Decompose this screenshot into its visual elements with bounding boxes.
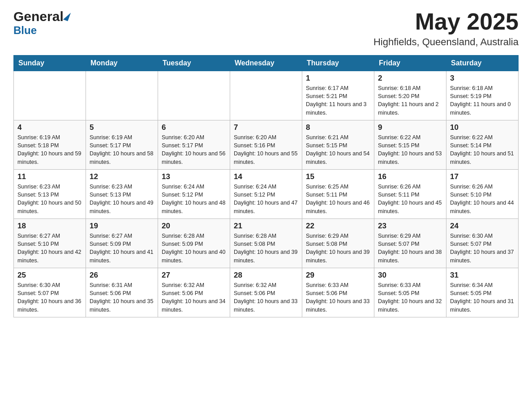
day-number: 6 (162, 123, 226, 132)
calendar-cell: 1Sunrise: 6:17 AM Sunset: 5:21 PM Daylig… (302, 71, 374, 120)
logo-triangle-icon (63, 11, 71, 21)
day-number: 26 (90, 271, 154, 280)
day-number: 14 (234, 172, 298, 181)
logo: General Blue (13, 9, 69, 37)
calendar-cell: 22Sunrise: 6:29 AM Sunset: 5:08 PM Dayli… (302, 219, 374, 268)
day-number: 29 (306, 271, 370, 280)
calendar-cell (158, 71, 230, 120)
day-number: 3 (450, 74, 515, 83)
calendar-cell: 19Sunrise: 6:27 AM Sunset: 5:09 PM Dayli… (86, 219, 158, 268)
day-info: Sunrise: 6:29 AM Sunset: 5:08 PM Dayligh… (306, 232, 370, 265)
page-header: General Blue May 2025 Highfields, Queens… (13, 9, 519, 48)
day-info: Sunrise: 6:27 AM Sunset: 5:09 PM Dayligh… (90, 232, 154, 265)
calendar-day-header: Monday (86, 56, 158, 71)
calendar-cell: 16Sunrise: 6:26 AM Sunset: 5:11 PM Dayli… (374, 170, 446, 219)
day-number: 12 (90, 172, 154, 181)
logo-blue-text: Blue (13, 24, 37, 36)
day-info: Sunrise: 6:26 AM Sunset: 5:10 PM Dayligh… (450, 183, 515, 215)
day-info: Sunrise: 6:23 AM Sunset: 5:13 PM Dayligh… (90, 183, 154, 215)
day-number: 21 (234, 222, 298, 231)
calendar-cell: 20Sunrise: 6:28 AM Sunset: 5:09 PM Dayli… (158, 219, 230, 268)
calendar-cell: 18Sunrise: 6:27 AM Sunset: 5:10 PM Dayli… (14, 219, 86, 268)
calendar-day-header: Thursday (302, 56, 374, 71)
day-number: 9 (378, 123, 442, 132)
calendar-cell: 30Sunrise: 6:33 AM Sunset: 5:05 PM Dayli… (374, 268, 446, 317)
day-info: Sunrise: 6:24 AM Sunset: 5:12 PM Dayligh… (234, 183, 298, 215)
day-number: 28 (234, 271, 298, 280)
day-number: 10 (450, 123, 515, 132)
calendar-cell: 6Sunrise: 6:20 AM Sunset: 5:17 PM Daylig… (158, 120, 230, 170)
day-number: 30 (378, 271, 442, 280)
calendar-cell: 10Sunrise: 6:22 AM Sunset: 5:14 PM Dayli… (446, 120, 519, 170)
calendar-cell: 28Sunrise: 6:32 AM Sunset: 5:06 PM Dayli… (230, 268, 302, 317)
day-info: Sunrise: 6:30 AM Sunset: 5:07 PM Dayligh… (17, 281, 82, 314)
calendar-day-header: Friday (374, 56, 446, 71)
calendar-cell: 12Sunrise: 6:23 AM Sunset: 5:13 PM Dayli… (86, 170, 158, 219)
calendar-cell: 29Sunrise: 6:33 AM Sunset: 5:06 PM Dayli… (302, 268, 374, 317)
title-block: May 2025 Highfields, Queensland, Austral… (373, 9, 519, 48)
calendar-day-header: Tuesday (158, 56, 230, 71)
calendar-day-header: Sunday (14, 56, 86, 71)
day-number: 11 (17, 172, 82, 181)
calendar-cell: 24Sunrise: 6:30 AM Sunset: 5:07 PM Dayli… (446, 219, 519, 268)
calendar-cell: 14Sunrise: 6:24 AM Sunset: 5:12 PM Dayli… (230, 170, 302, 219)
day-info: Sunrise: 6:27 AM Sunset: 5:10 PM Dayligh… (17, 232, 82, 265)
calendar-week-row: 11Sunrise: 6:23 AM Sunset: 5:13 PM Dayli… (14, 170, 519, 219)
day-info: Sunrise: 6:31 AM Sunset: 5:06 PM Dayligh… (90, 281, 154, 314)
day-number: 17 (450, 172, 515, 181)
day-number: 13 (162, 172, 226, 181)
calendar-cell: 7Sunrise: 6:20 AM Sunset: 5:16 PM Daylig… (230, 120, 302, 170)
day-info: Sunrise: 6:19 AM Sunset: 5:17 PM Dayligh… (90, 133, 154, 166)
day-number: 25 (17, 271, 82, 280)
calendar-cell: 31Sunrise: 6:34 AM Sunset: 5:05 PM Dayli… (446, 268, 519, 317)
day-number: 20 (162, 222, 226, 231)
month-title: May 2025 (373, 9, 519, 34)
calendar-cell (230, 71, 302, 120)
calendar-cell (14, 71, 86, 120)
day-info: Sunrise: 6:23 AM Sunset: 5:13 PM Dayligh… (17, 183, 82, 215)
calendar-cell: 11Sunrise: 6:23 AM Sunset: 5:13 PM Dayli… (14, 170, 86, 219)
day-info: Sunrise: 6:20 AM Sunset: 5:16 PM Dayligh… (234, 133, 298, 166)
calendar-day-header: Saturday (446, 56, 519, 71)
day-number: 18 (17, 222, 82, 231)
logo-general-text: General (13, 9, 64, 24)
day-number: 1 (306, 74, 370, 83)
calendar-week-row: 1Sunrise: 6:17 AM Sunset: 5:21 PM Daylig… (14, 71, 519, 120)
calendar-week-row: 18Sunrise: 6:27 AM Sunset: 5:10 PM Dayli… (14, 219, 519, 268)
calendar-week-row: 25Sunrise: 6:30 AM Sunset: 5:07 PM Dayli… (14, 268, 519, 317)
calendar-cell: 25Sunrise: 6:30 AM Sunset: 5:07 PM Dayli… (14, 268, 86, 317)
day-info: Sunrise: 6:17 AM Sunset: 5:21 PM Dayligh… (306, 84, 370, 117)
day-number: 23 (378, 222, 442, 231)
calendar-table: SundayMondayTuesdayWednesdayThursdayFrid… (13, 55, 519, 317)
day-info: Sunrise: 6:30 AM Sunset: 5:07 PM Dayligh… (450, 232, 515, 265)
day-number: 4 (17, 123, 82, 132)
day-number: 5 (90, 123, 154, 132)
day-info: Sunrise: 6:22 AM Sunset: 5:14 PM Dayligh… (450, 133, 515, 166)
day-info: Sunrise: 6:25 AM Sunset: 5:11 PM Dayligh… (306, 183, 370, 215)
calendar-cell: 17Sunrise: 6:26 AM Sunset: 5:10 PM Dayli… (446, 170, 519, 219)
calendar-cell: 21Sunrise: 6:28 AM Sunset: 5:08 PM Dayli… (230, 219, 302, 268)
calendar-cell: 2Sunrise: 6:18 AM Sunset: 5:20 PM Daylig… (374, 71, 446, 120)
day-number: 31 (450, 271, 515, 280)
calendar-cell: 5Sunrise: 6:19 AM Sunset: 5:17 PM Daylig… (86, 120, 158, 170)
calendar-cell (86, 71, 158, 120)
day-info: Sunrise: 6:22 AM Sunset: 5:15 PM Dayligh… (378, 133, 442, 166)
day-number: 16 (378, 172, 442, 181)
calendar-cell: 15Sunrise: 6:25 AM Sunset: 5:11 PM Dayli… (302, 170, 374, 219)
day-info: Sunrise: 6:33 AM Sunset: 5:05 PM Dayligh… (378, 281, 442, 314)
day-number: 22 (306, 222, 370, 231)
day-info: Sunrise: 6:34 AM Sunset: 5:05 PM Dayligh… (450, 281, 515, 314)
day-info: Sunrise: 6:18 AM Sunset: 5:20 PM Dayligh… (378, 84, 442, 117)
calendar-cell: 8Sunrise: 6:21 AM Sunset: 5:15 PM Daylig… (302, 120, 374, 170)
day-info: Sunrise: 6:32 AM Sunset: 5:06 PM Dayligh… (162, 281, 226, 314)
day-info: Sunrise: 6:28 AM Sunset: 5:09 PM Dayligh… (162, 232, 226, 265)
calendar-cell: 27Sunrise: 6:32 AM Sunset: 5:06 PM Dayli… (158, 268, 230, 317)
day-info: Sunrise: 6:26 AM Sunset: 5:11 PM Dayligh… (378, 183, 442, 215)
day-info: Sunrise: 6:33 AM Sunset: 5:06 PM Dayligh… (306, 281, 370, 314)
day-info: Sunrise: 6:28 AM Sunset: 5:08 PM Dayligh… (234, 232, 298, 265)
calendar-cell: 9Sunrise: 6:22 AM Sunset: 5:15 PM Daylig… (374, 120, 446, 170)
calendar-cell: 4Sunrise: 6:19 AM Sunset: 5:18 PM Daylig… (14, 120, 86, 170)
calendar-header-row: SundayMondayTuesdayWednesdayThursdayFrid… (14, 56, 519, 71)
day-number: 24 (450, 222, 515, 231)
calendar-week-row: 4Sunrise: 6:19 AM Sunset: 5:18 PM Daylig… (14, 120, 519, 170)
